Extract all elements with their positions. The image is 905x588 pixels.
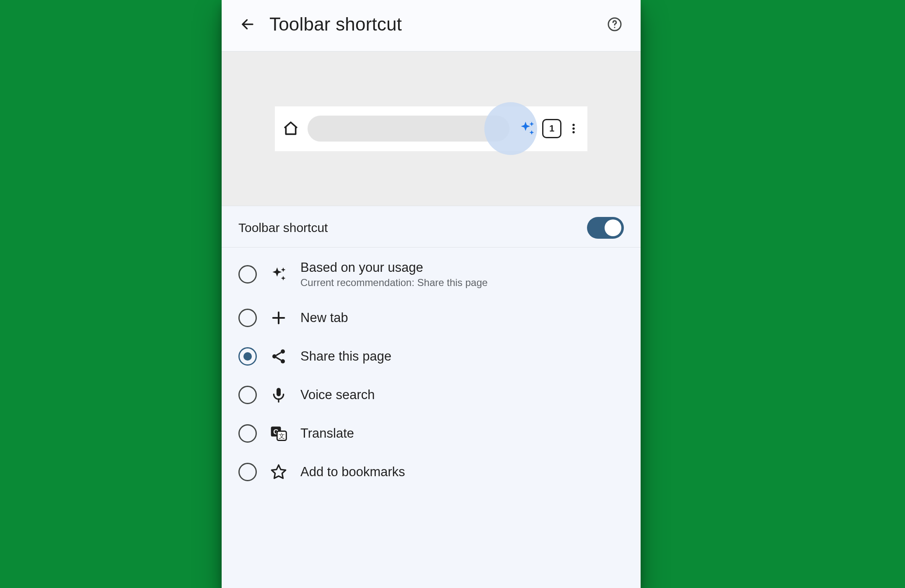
toggle-row: Toolbar shortcut bbox=[222, 206, 641, 248]
translate-icon: G文 bbox=[269, 424, 288, 443]
omnibox-placeholder bbox=[308, 116, 509, 142]
tabs-icon: 1 bbox=[542, 119, 561, 138]
svg-point-3 bbox=[572, 124, 575, 126]
sparkle-shortcut-icon bbox=[518, 119, 536, 138]
option-title: Share this page bbox=[300, 349, 391, 364]
option-title: Add to bookmarks bbox=[300, 464, 405, 480]
svg-point-5 bbox=[572, 131, 575, 134]
mic-icon bbox=[269, 386, 288, 404]
radio-translate[interactable] bbox=[238, 424, 257, 443]
radio-voice-search[interactable] bbox=[238, 386, 257, 404]
svg-point-8 bbox=[281, 349, 285, 353]
tab-count: 1 bbox=[542, 119, 561, 138]
svg-rect-11 bbox=[277, 388, 281, 396]
share-icon bbox=[269, 347, 288, 366]
option-add-bookmarks[interactable]: Add to bookmarks bbox=[222, 453, 641, 491]
overflow-menu-icon bbox=[567, 120, 580, 137]
svg-point-2 bbox=[614, 27, 615, 28]
home-icon bbox=[282, 120, 299, 137]
back-button[interactable] bbox=[238, 14, 258, 34]
sparkle-icon bbox=[269, 265, 288, 284]
options-list: Based on your usage Current recommendati… bbox=[222, 248, 641, 491]
arrow-left-icon bbox=[240, 16, 255, 33]
option-share[interactable]: Share this page bbox=[222, 337, 641, 376]
option-title: New tab bbox=[300, 310, 348, 325]
option-based-on-usage[interactable]: Based on your usage Current recommendati… bbox=[222, 250, 641, 299]
settings-pane: Toolbar shortcut 1 bbox=[222, 0, 641, 588]
page-title: Toolbar shortcut bbox=[269, 14, 402, 35]
svg-point-9 bbox=[272, 354, 277, 358]
toolbar-preview: 1 bbox=[222, 51, 641, 206]
radio-new-tab[interactable] bbox=[238, 309, 257, 327]
help-icon bbox=[607, 16, 622, 33]
option-translate[interactable]: G文 Translate bbox=[222, 414, 641, 453]
radio-add-bookmarks[interactable] bbox=[238, 463, 257, 481]
toggle-knob bbox=[605, 219, 621, 236]
option-title: Based on your usage bbox=[300, 260, 488, 275]
option-title: Translate bbox=[300, 426, 354, 441]
svg-text:文: 文 bbox=[279, 433, 285, 439]
svg-marker-17 bbox=[272, 465, 285, 478]
header: Toolbar shortcut bbox=[222, 0, 641, 51]
option-new-tab[interactable]: New tab bbox=[222, 299, 641, 337]
star-icon bbox=[269, 463, 288, 481]
option-subtitle: Current recommendation: Share this page bbox=[300, 277, 488, 289]
toggle-label: Toolbar shortcut bbox=[238, 221, 328, 235]
radio-based-on-usage[interactable] bbox=[238, 265, 257, 284]
toolbar-mock: 1 bbox=[275, 106, 587, 151]
help-button[interactable] bbox=[605, 14, 625, 34]
svg-point-4 bbox=[572, 127, 575, 130]
plus-icon bbox=[269, 309, 288, 327]
toolbar-shortcut-toggle[interactable] bbox=[587, 217, 624, 239]
option-title: Voice search bbox=[300, 387, 375, 402]
svg-point-10 bbox=[281, 359, 285, 364]
radio-share[interactable] bbox=[238, 347, 257, 366]
option-voice-search[interactable]: Voice search bbox=[222, 376, 641, 414]
